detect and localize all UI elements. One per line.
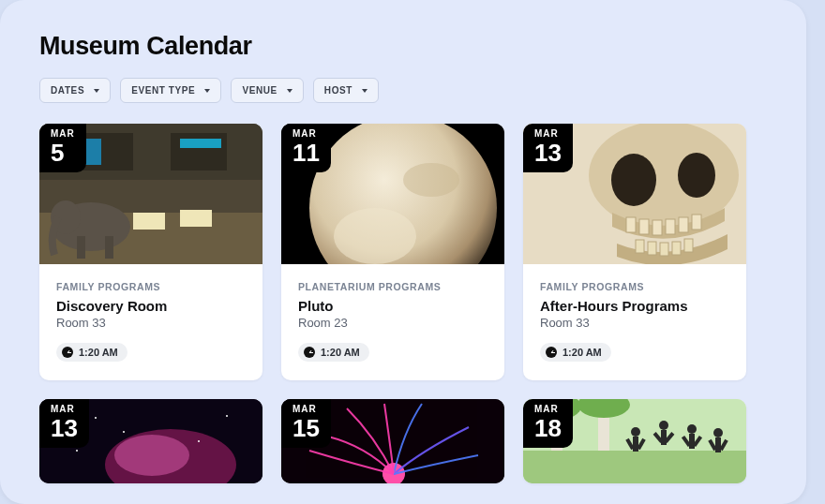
svg-rect-49 bbox=[633, 437, 638, 452]
date-badge: MAR 15 bbox=[281, 399, 331, 448]
clock-icon bbox=[304, 347, 315, 358]
date-month: MAR bbox=[51, 405, 78, 414]
clock-icon bbox=[62, 347, 73, 358]
event-title: Pluto bbox=[298, 298, 488, 314]
date-badge: MAR 13 bbox=[39, 399, 89, 448]
event-card[interactable]: MAR 15 bbox=[281, 399, 504, 483]
chevron-down-icon bbox=[287, 89, 292, 93]
svg-rect-12 bbox=[180, 210, 212, 227]
svg-rect-11 bbox=[133, 213, 165, 230]
svg-rect-57 bbox=[689, 434, 695, 449]
date-badge: MAR 13 bbox=[523, 124, 573, 172]
filter-label: DATES bbox=[51, 85, 84, 96]
page-title: Museum Calendar bbox=[39, 32, 767, 61]
chevron-down-icon bbox=[94, 89, 99, 93]
svg-rect-26 bbox=[692, 215, 701, 230]
filter-venue[interactable]: VENUE bbox=[231, 78, 303, 103]
svg-rect-30 bbox=[672, 242, 681, 255]
svg-rect-23 bbox=[652, 220, 662, 235]
svg-rect-25 bbox=[679, 217, 688, 232]
event-image: MAR 13 bbox=[39, 399, 262, 483]
date-day: 15 bbox=[292, 416, 320, 440]
events-grid: MAR 5 FAMILY PROGRAMS Discovery Room Roo… bbox=[39, 124, 767, 380]
svg-rect-31 bbox=[684, 239, 693, 252]
event-image: MAR 5 bbox=[39, 124, 262, 264]
svg-rect-4 bbox=[84, 139, 101, 165]
event-card[interactable]: MAR 13 FAMILY PROGRAMS After-Hours Progr… bbox=[523, 124, 746, 380]
event-category: FAMILY PROGRAMS bbox=[540, 281, 729, 292]
date-month: MAR bbox=[534, 405, 562, 414]
date-badge: MAR 18 bbox=[523, 399, 573, 448]
date-month: MAR bbox=[534, 129, 562, 139]
event-room: Room 33 bbox=[56, 316, 246, 330]
svg-rect-53 bbox=[661, 430, 667, 445]
svg-point-60 bbox=[713, 428, 723, 437]
event-image: MAR 15 bbox=[281, 399, 504, 483]
date-badge: MAR 5 bbox=[39, 124, 86, 172]
svg-rect-22 bbox=[639, 219, 649, 234]
event-card[interactable]: MAR 18 bbox=[523, 399, 746, 483]
svg-point-38 bbox=[198, 440, 200, 442]
svg-point-37 bbox=[226, 415, 228, 417]
svg-rect-10 bbox=[105, 236, 113, 259]
event-image: MAR 11 bbox=[281, 124, 504, 264]
date-badge: MAR 11 bbox=[281, 124, 331, 172]
date-day: 5 bbox=[51, 141, 75, 165]
event-title: After-Hours Programs bbox=[540, 298, 729, 314]
event-time: 1:20 AM bbox=[79, 347, 118, 358]
date-month: MAR bbox=[292, 129, 320, 139]
event-image: MAR 13 bbox=[523, 124, 746, 264]
svg-rect-27 bbox=[636, 240, 644, 253]
event-time: 1:20 AM bbox=[321, 347, 360, 358]
event-category: PLANETARIUM PROGRAMS bbox=[298, 281, 488, 292]
event-title: Discovery Room bbox=[56, 298, 246, 314]
svg-rect-21 bbox=[626, 217, 636, 232]
date-day: 18 bbox=[534, 416, 562, 440]
chevron-down-icon bbox=[204, 89, 210, 93]
event-time-chip: 1:20 AM bbox=[298, 343, 369, 362]
filter-event-type[interactable]: EVENT TYPE bbox=[120, 78, 221, 103]
event-body: FAMILY PROGRAMS Discovery Room Room 33 1… bbox=[39, 264, 262, 380]
svg-point-52 bbox=[659, 421, 668, 430]
date-month: MAR bbox=[292, 405, 320, 414]
svg-rect-5 bbox=[180, 139, 221, 148]
event-card[interactable]: MAR 13 bbox=[39, 399, 262, 483]
date-day: 11 bbox=[292, 141, 320, 165]
event-time-chip: 1:20 AM bbox=[540, 343, 611, 362]
svg-point-20 bbox=[678, 153, 715, 198]
svg-point-48 bbox=[631, 427, 640, 437]
svg-point-15 bbox=[403, 163, 459, 197]
filter-bar: DATES EVENT TYPE VENUE HOST bbox=[39, 78, 767, 103]
svg-rect-24 bbox=[666, 219, 675, 234]
svg-point-39 bbox=[76, 450, 78, 452]
date-day: 13 bbox=[534, 141, 562, 165]
svg-point-56 bbox=[687, 424, 697, 434]
event-room: Room 33 bbox=[540, 316, 729, 330]
filter-dates[interactable]: DATES bbox=[39, 78, 111, 103]
event-card[interactable]: MAR 11 PLANETARIUM PROGRAMS Pluto Room 2… bbox=[281, 124, 504, 380]
event-body: FAMILY PROGRAMS After-Hours Programs Roo… bbox=[523, 264, 746, 380]
event-room: Room 23 bbox=[298, 316, 488, 330]
filter-label: EVENT TYPE bbox=[131, 85, 195, 96]
clock-icon bbox=[546, 347, 557, 358]
date-day: 13 bbox=[51, 416, 78, 440]
filter-label: VENUE bbox=[242, 85, 277, 96]
chevron-down-icon bbox=[362, 89, 368, 93]
svg-point-16 bbox=[334, 208, 416, 264]
event-time: 1:20 AM bbox=[562, 347, 602, 358]
event-card[interactable]: MAR 5 FAMILY PROGRAMS Discovery Room Roo… bbox=[39, 124, 262, 380]
svg-rect-28 bbox=[648, 242, 656, 255]
filter-label: HOST bbox=[324, 85, 352, 96]
event-category: FAMILY PROGRAMS bbox=[56, 281, 246, 292]
svg-rect-9 bbox=[77, 236, 85, 259]
svg-point-36 bbox=[123, 431, 125, 433]
filter-host[interactable]: HOST bbox=[313, 78, 379, 103]
svg-rect-61 bbox=[715, 437, 721, 452]
svg-rect-29 bbox=[660, 243, 668, 256]
date-month: MAR bbox=[51, 129, 75, 139]
event-image: MAR 18 bbox=[523, 399, 746, 483]
events-grid-row2: MAR 13 bbox=[39, 399, 767, 483]
event-body: PLANETARIUM PROGRAMS Pluto Room 23 1:20 … bbox=[281, 264, 504, 380]
svg-rect-43 bbox=[523, 451, 746, 483]
svg-point-34 bbox=[114, 435, 189, 476]
